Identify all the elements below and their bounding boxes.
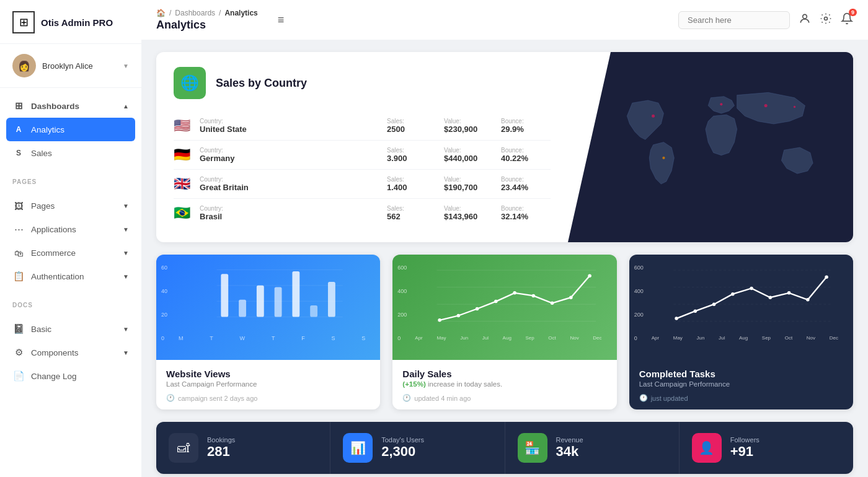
sidebar-item-pages[interactable]: 🖼 Pages ▼ [0,194,141,217]
highlight-value: (+15%) [402,380,425,388]
chart-subtitle: (+15%) increase in today sales. [402,380,606,388]
value-cell: Value: $190,700 [444,176,494,192]
search-box[interactable] [678,11,790,29]
search-input[interactable] [688,15,781,25]
clock-icon: 🕐 [402,394,411,402]
completed-tasks-card: 600 400 200 0 [629,255,853,409]
chevron-down-icon: ▼ [123,63,129,69]
country-name-cell: Country: Brasil [200,205,379,221]
chevron-down-icon: ▼ [123,226,129,233]
line-chart-svg [402,265,606,333]
docs-section-label: DOCS [0,294,141,311]
flag-gb: 🇬🇧 [174,176,192,192]
bar-chart-svg [166,265,370,333]
revenue-value: 34k [556,444,583,460]
svg-point-0 [803,14,807,19]
country-table: 🇺🇸 Country: United State Sales: 2500 Val… [174,112,551,227]
svg-rect-16 [310,305,317,317]
completed-tasks-chart: 600 400 200 0 [629,255,853,360]
table-row: 🇩🇪 Country: Germany Sales: 3.900 Value: … [174,141,551,170]
sidebar-item-sales[interactable]: S Sales [0,141,141,165]
home-icon: 🏠 [156,9,166,17]
pages-icon: 🖼 [12,199,25,212]
country-name-cell: Country: Germany [200,147,379,163]
x-axis-labels: M T W T F S S [166,335,370,341]
pages-section-label: PAGES [0,171,141,188]
flag-us: 🇺🇸 [174,118,192,134]
svg-rect-12 [239,300,246,317]
chevron-down-icon: ▼ [123,273,129,280]
followers-info: Followers +91 [730,436,760,460]
daily-sales-card: 600 400 200 0 [392,255,616,409]
bookings-label: Bookings [207,436,235,444]
value-cell: Value: $143,960 [444,205,494,221]
sidebar-item-authentication[interactable]: 📋 Authentication ▼ [0,265,141,288]
apps-icon: ⋯ [12,223,25,235]
svg-point-3 [720,103,722,105]
followers-value: +91 [730,444,760,460]
svg-point-28 [551,302,554,305]
svg-point-30 [588,274,592,278]
page-title: Analytics [156,19,258,32]
sidebar-item-basic[interactable]: 📓 Basic ▼ [0,317,141,341]
stats-row: 60 40 20 0 [156,255,853,409]
chevron-down-icon: ▼ [123,326,129,333]
sidebar-item-analytics[interactable]: A Analytics [6,118,135,141]
card-header: 🌐 Sales by Country [174,67,551,99]
svg-point-40 [768,295,772,299]
settings-icon[interactable] [820,12,832,28]
sidebar-item-dashboards[interactable]: ⊞ Dashboards ▲ [0,94,141,118]
svg-rect-13 [257,286,264,317]
followers-label: Followers [730,436,760,444]
grid-icon: ⊞ [12,100,25,112]
bookings-info: Bookings 281 [207,436,235,460]
sidebar-item-components[interactable]: ⚙ Components ▼ [0,341,141,364]
table-row: 🇧🇷 Country: Brasil Sales: 562 Value: $14… [174,199,551,227]
svg-point-36 [693,309,697,313]
chart-subtitle: Last Campaign Performance [639,380,843,388]
revenue-info: Revenue 34k [556,436,583,460]
sidebar-item-changelog[interactable]: 📄 Change Log [0,364,141,388]
daily-sales-chart: 600 400 200 0 [392,255,616,360]
sidebar-item-label: Pages [31,201,55,211]
logo-icon: ⊞ [12,11,35,33]
notification-icon[interactable]: 9 [841,12,853,28]
x-axis-labels: Apr May Jun Jul Aug Sep Oct Nov Dec [639,335,843,341]
sidebar-item-label: Ecommerce [31,248,76,258]
sidebar-item-label: Analytics [31,125,64,134]
svg-point-35 [675,317,678,320]
user-profile[interactable]: 👩 Brooklyn Alice ▼ [0,44,141,88]
clock-icon: 🕐 [166,394,175,402]
user-icon[interactable] [799,12,811,28]
nav-dashboards-section: ⊞ Dashboards ▲ A Analytics S Sales [0,88,141,171]
globe-icon: 🌐 [174,67,206,99]
svg-point-39 [750,287,753,291]
sidebar-item-label: Applications [31,225,76,234]
line-chart-svg [639,265,843,333]
sales-cell: Sales: 2500 [387,118,436,134]
svg-point-23 [457,314,461,318]
svg-point-42 [806,298,810,302]
user-name: Brooklyn Alice [42,61,117,71]
nav-docs-section: 📓 Basic ▼ ⚙ Components ▼ 📄 Change Log [0,311,141,394]
sidebar-item-ecommerce[interactable]: 🛍 Ecommerce ▼ [0,241,141,265]
breadcrumb: 🏠 / Dashboards / Analytics [156,9,258,17]
hamburger-icon[interactable]: ≡ [278,14,285,27]
sidebar-item-applications[interactable]: ⋯ Applications ▼ [0,217,141,241]
revenue-stat: 🏪 Revenue 34k [505,422,680,474]
chevron-down-icon: ▼ [123,250,129,256]
website-views-info: Website Views Last Campaign Performance … [156,360,380,409]
sidebar-item-label: Basic [31,325,51,334]
country-name-cell: Country: United State [200,118,379,134]
sidebar-item-label: Sales [31,149,52,158]
sidebar-item-label: Components [31,348,79,357]
gear-icon: ⚙ [12,346,25,359]
chevron-down-icon: ▼ [123,349,129,356]
users-icon: 📊 [343,433,373,463]
flag-br: 🇧🇷 [174,205,192,221]
value-cell: Value: $440,000 [444,147,494,163]
revenue-label: Revenue [556,436,583,444]
y-axis-labels: 60 40 20 0 [161,265,167,341]
website-views-chart: 60 40 20 0 [156,255,380,360]
svg-point-26 [513,291,517,295]
